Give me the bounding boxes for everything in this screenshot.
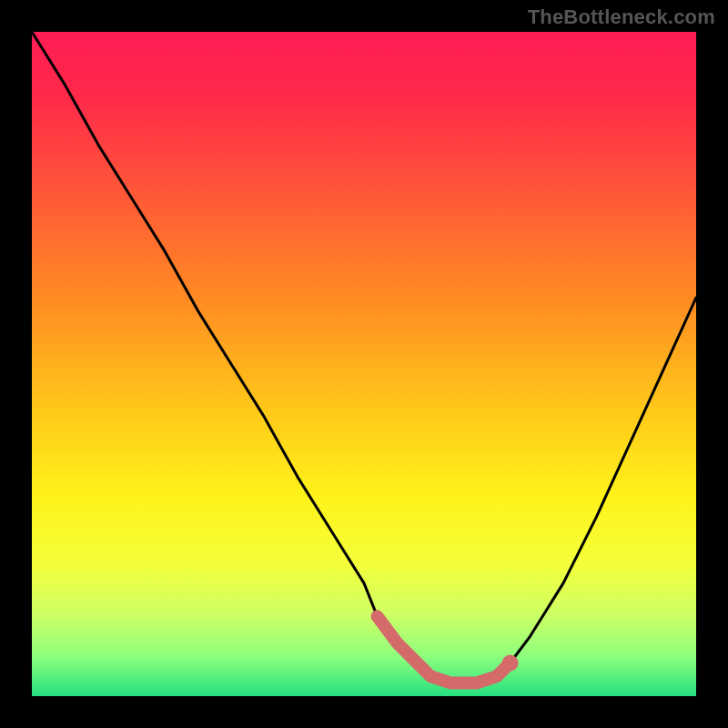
gradient-background	[32, 32, 696, 696]
chart-frame: TheBottleneck.com	[0, 0, 728, 728]
optimal-end-dot	[502, 655, 519, 672]
watermark-text: TheBottleneck.com	[528, 5, 715, 29]
bottleneck-chart	[32, 32, 696, 696]
